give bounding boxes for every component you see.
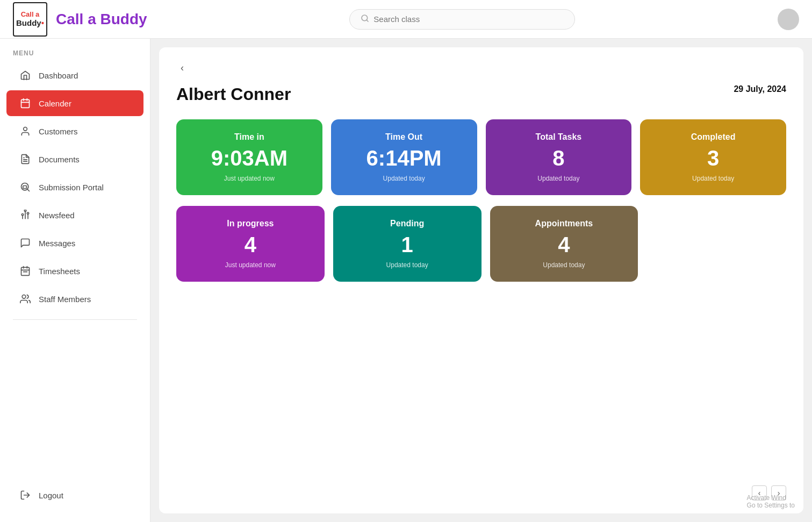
- sidebar-label-calender: Calender: [39, 99, 71, 108]
- customers-icon: [19, 125, 31, 137]
- svg-point-19: [22, 295, 26, 299]
- main-content: ‹ Albert Conner 29 July, 2024 Time in 9:…: [150, 39, 812, 522]
- page-date: 29 July, 2024: [734, 84, 786, 94]
- calendar-icon: [19, 97, 31, 109]
- card-time-out-value: 6:14PM: [367, 146, 442, 170]
- card-appointments: Appointments 4 Updated today: [490, 206, 638, 282]
- sidebar-item-customers[interactable]: Customers: [6, 118, 143, 144]
- menu-label: MENU: [0, 39, 150, 61]
- app-title: Call a Buddy: [56, 11, 147, 28]
- sidebar: MENU Dashboard Calender: [0, 39, 150, 522]
- card-total-tasks: Total Tasks 8 Updated today: [486, 119, 632, 195]
- sidebar-item-dashboard[interactable]: Dashboard: [6, 62, 143, 88]
- home-icon: [19, 69, 31, 81]
- sidebar-item-staff-members[interactable]: Staff Members: [6, 286, 143, 312]
- card-time-in-value: 9:03AM: [211, 146, 288, 170]
- main-inner: ‹ Albert Conner 29 July, 2024 Time in 9:…: [159, 47, 803, 513]
- sidebar-label-documents: Documents: [39, 155, 80, 164]
- card-in-progress-sub: Just updated now: [225, 261, 276, 269]
- card-pending: Pending 1 Updated today: [333, 206, 482, 282]
- search-bar[interactable]: [349, 9, 575, 30]
- messages-icon: [19, 237, 31, 249]
- sidebar-divider: [13, 319, 137, 320]
- timesheets-icon: [19, 265, 31, 277]
- back-button[interactable]: ‹: [176, 60, 188, 76]
- card-appointments-sub: Updated today: [543, 261, 585, 269]
- sidebar-label-submission: Submission Portal: [39, 183, 104, 192]
- page-header: Albert Conner 29 July, 2024: [176, 84, 786, 104]
- sidebar-label-customers: Customers: [39, 127, 78, 136]
- staff-icon: [19, 293, 31, 305]
- documents-icon: [19, 153, 31, 165]
- card-time-in-sub: Just updated now: [224, 175, 275, 182]
- card-appointments-value: 4: [558, 233, 570, 257]
- header-left: Call a Buddy• Call a Buddy: [13, 2, 147, 37]
- submission-icon: [19, 181, 31, 193]
- activate-notice: Activate Wind Go to Settings to: [747, 494, 795, 509]
- card-time-out-sub: Updated today: [383, 175, 425, 182]
- svg-rect-14: [21, 267, 30, 275]
- svg-point-11: [21, 214, 23, 216]
- card-completed: Completed 3 Updated today: [640, 119, 786, 195]
- card-time-out-title: Time Out: [385, 132, 422, 142]
- card-appointments-title: Appointments: [535, 219, 593, 228]
- card-in-progress-value: 4: [245, 233, 256, 257]
- sidebar-item-submission-portal[interactable]: Submission Portal: [6, 174, 143, 200]
- card-time-in: Time in 9:03AM Just updated now: [176, 119, 322, 195]
- newsfeed-icon: [19, 209, 31, 221]
- svg-rect-10: [23, 186, 27, 189]
- card-pending-value: 1: [401, 233, 413, 257]
- svg-point-13: [27, 212, 28, 214]
- card-pending-sub: Updated today: [386, 261, 428, 269]
- card-completed-sub: Updated today: [692, 175, 734, 182]
- card-in-progress-title: In progress: [227, 219, 274, 228]
- logo-buddy: Buddy•: [16, 18, 44, 28]
- svg-point-6: [24, 127, 27, 131]
- card-total-tasks-value: 8: [552, 146, 564, 170]
- stats-row-2: In progress 4 Just updated now Pending 1…: [176, 206, 638, 282]
- avatar: [778, 9, 799, 30]
- card-pending-title: Pending: [390, 219, 424, 228]
- layout: MENU Dashboard Calender: [0, 39, 812, 522]
- svg-point-12: [24, 210, 26, 211]
- sidebar-label-dashboard: Dashboard: [39, 71, 78, 80]
- logout-icon: [19, 489, 31, 501]
- card-time-in-title: Time in: [234, 132, 264, 142]
- card-total-tasks-title: Total Tasks: [536, 132, 582, 142]
- card-in-progress: In progress 4 Just updated now: [176, 206, 325, 282]
- search-input[interactable]: [373, 15, 564, 24]
- sidebar-label-newsfeed: Newsfeed: [39, 211, 75, 220]
- card-completed-title: Completed: [691, 132, 736, 142]
- sidebar-item-messages[interactable]: Messages: [6, 230, 143, 256]
- stats-row-1: Time in 9:03AM Just updated now Time Out…: [176, 119, 786, 195]
- sidebar-label-timesheets: Timesheets: [39, 267, 80, 276]
- card-completed-value: 3: [707, 146, 719, 170]
- sidebar-item-documents[interactable]: Documents: [6, 146, 143, 172]
- card-time-out: Time Out 6:14PM Updated today: [331, 119, 477, 195]
- logo-call: Call a: [16, 10, 44, 19]
- sidebar-item-calender[interactable]: Calender: [6, 90, 143, 116]
- card-total-tasks-sub: Updated today: [537, 175, 579, 182]
- sidebar-label-messages: Messages: [39, 239, 75, 248]
- sidebar-item-newsfeed[interactable]: Newsfeed: [6, 202, 143, 228]
- sidebar-label-logout: Logout: [39, 491, 63, 500]
- svg-rect-2: [21, 99, 30, 108]
- logo: Call a Buddy•: [13, 2, 47, 37]
- sidebar-item-timesheets[interactable]: Timesheets: [6, 258, 143, 284]
- page-title: Albert Conner: [176, 84, 291, 104]
- header: Call a Buddy• Call a Buddy: [0, 0, 812, 39]
- sidebar-label-staff: Staff Members: [39, 295, 91, 304]
- svg-line-1: [367, 20, 368, 22]
- sidebar-item-logout[interactable]: Logout: [6, 481, 143, 508]
- search-icon: [361, 14, 369, 25]
